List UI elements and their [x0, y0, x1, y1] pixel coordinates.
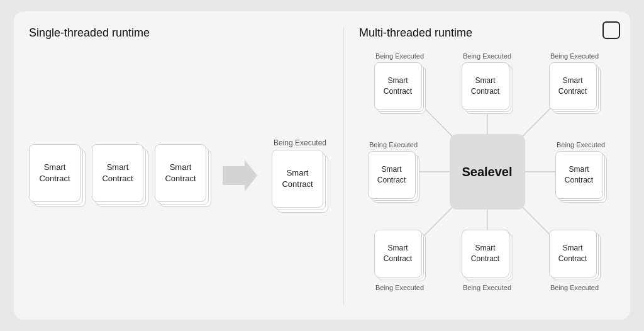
right-panel-title: Multi-threaded runtime: [359, 26, 615, 40]
sc-ml-label: Smart Contract: [369, 164, 415, 186]
hub-card-bot-center: Smart Contract Being Executed: [462, 230, 513, 291]
left-panel-title: Single-threaded runtime: [29, 26, 328, 40]
hub-card-top-right: Being Executed Smart Contract: [549, 52, 601, 114]
arrow-icon: [223, 157, 260, 194]
sealevel-hub: Sealevel Being Executed Smart Contract: [368, 52, 607, 291]
hub-card-top-center: Being Executed Smart Contract: [462, 52, 513, 114]
hub-card-bot-left: Smart Contract Being Executed: [374, 230, 426, 291]
sc-multi-bot-left: Smart Contract: [374, 230, 426, 281]
multi-content: Sealevel Being Executed Smart Contract: [359, 52, 615, 299]
sc-multi-mid-left: Smart Contract: [368, 151, 419, 203]
sc-mr-label: Smart Contract: [556, 164, 602, 186]
be-label-top-center: Being Executed: [463, 52, 511, 60]
sc-bc-c: Smart Contract: [462, 230, 509, 278]
sc-card-3c: Smart Contract: [155, 144, 206, 202]
sc-card-ec: Smart Contract: [272, 150, 323, 208]
sc-label-1: Smart Contract: [30, 162, 80, 184]
sc-bl-label: Smart Contract: [375, 243, 421, 264]
sc-multi-top-left: Smart Contract: [374, 62, 426, 114]
main-container: Single-threaded runtime Smart Contract: [14, 11, 630, 320]
be-label-mid-left: Being Executed: [369, 141, 418, 149]
sc-bl-c: Smart Contract: [374, 230, 422, 278]
sc-label-3: Smart Contract: [155, 162, 206, 184]
left-panel: Single-threaded runtime Smart Contract: [29, 26, 344, 305]
hub-card-bot-right: Smart Contract Being Executed: [549, 230, 601, 291]
sc-tr-c: Smart Contract: [549, 62, 597, 110]
sc-card-2c: Smart Contract: [92, 144, 143, 202]
be-label-top-right: Being Executed: [550, 52, 599, 60]
sc-label-2: Smart Contract: [92, 162, 143, 184]
hub-card-top-left: Being Executed Smart Contract: [374, 52, 426, 114]
being-executed-wrapper: Being Executed Smart Contract: [272, 138, 328, 213]
sc-tr-label: Smart Contract: [550, 76, 596, 97]
hub-card-mid-left: Being Executed Smart Contract: [368, 141, 419, 203]
be-label-mid-right: Being Executed: [557, 141, 605, 149]
hub-card-mid-right: Being Executed Smart Contract: [555, 141, 607, 203]
sc-stack-2: Smart Contract: [92, 144, 148, 207]
sc-stack-1: Smart Contract: [29, 144, 86, 207]
sc-br-label: Smart Contract: [550, 243, 596, 264]
sc-tl-label: Smart Contract: [375, 76, 421, 97]
sc-multi-top-center: Smart Contract: [462, 62, 513, 114]
be-label-bot-left: Being Executed: [375, 284, 424, 291]
sc-bc-label: Smart Contract: [462, 243, 509, 264]
sc-tc-label: Smart Contract: [462, 76, 509, 97]
sc-multi-bot-right: Smart Contract: [549, 230, 601, 281]
sc-stack-row: Smart Contract Smart Contract Smar: [29, 138, 328, 213]
right-panel: Multi-threaded runtime: [344, 26, 615, 305]
sc-br-c: Smart Contract: [549, 230, 597, 278]
sc-card-1c: Smart Contract: [29, 144, 80, 202]
be-label-bot-center: Being Executed: [463, 284, 511, 291]
sc-ml-c: Smart Contract: [368, 151, 416, 199]
sc-label-exec: Smart Contract: [272, 167, 323, 190]
sc-multi-top-right: Smart Contract: [549, 62, 601, 114]
sc-stack-3: Smart Contract: [155, 144, 211, 207]
sc-tc-c: Smart Contract: [462, 62, 509, 110]
being-executed-label-left: Being Executed: [274, 138, 326, 147]
sc-tl-c: Smart Contract: [374, 62, 422, 110]
be-label-top-left: Being Executed: [375, 52, 424, 60]
sc-multi-mid-right: Smart Contract: [555, 151, 607, 203]
sealevel-center: Sealevel: [450, 134, 525, 210]
sc-mr-c: Smart Contract: [555, 151, 603, 199]
left-content: Smart Contract Smart Contract Smar: [29, 52, 328, 299]
be-label-bot-right: Being Executed: [550, 284, 599, 291]
sc-multi-bot-center: Smart Contract: [462, 230, 513, 281]
sc-stack-executed: Smart Contract: [272, 150, 328, 213]
sealevel-label: Sealevel: [462, 165, 512, 179]
svg-marker-0: [223, 160, 257, 191]
